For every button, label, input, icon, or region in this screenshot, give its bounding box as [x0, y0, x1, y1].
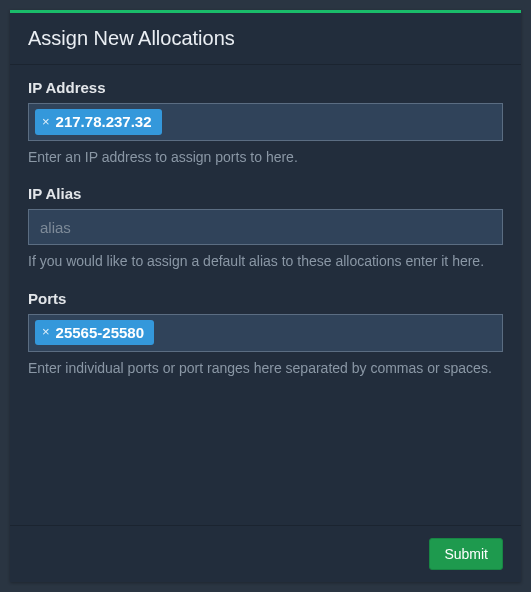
ip-address-tag-text: 217.78.237.32 — [56, 112, 152, 132]
ip-alias-input[interactable] — [28, 209, 503, 245]
ip-address-help: Enter an IP address to assign ports to h… — [28, 147, 503, 167]
ports-group: Ports × 25565-25580 Enter individual por… — [28, 290, 503, 378]
panel-title: Assign New Allocations — [10, 13, 521, 65]
ports-label: Ports — [28, 290, 503, 307]
ip-address-group: IP Address × 217.78.237.32 Enter an IP a… — [28, 79, 503, 167]
ip-address-label: IP Address — [28, 79, 503, 96]
ip-alias-label: IP Alias — [28, 185, 503, 202]
ports-tag-text: 25565-25580 — [56, 323, 144, 343]
ip-alias-group: IP Alias If you would like to assign a d… — [28, 185, 503, 271]
ports-input[interactable]: × 25565-25580 — [28, 314, 503, 352]
panel-footer: Submit — [10, 525, 521, 582]
ip-address-tag[interactable]: × 217.78.237.32 — [35, 109, 162, 135]
submit-button[interactable]: Submit — [429, 538, 503, 570]
ip-alias-help: If you would like to assign a default al… — [28, 251, 503, 271]
ports-help: Enter individual ports or port ranges he… — [28, 358, 503, 378]
assign-allocations-panel: Assign New Allocations IP Address × 217.… — [10, 10, 521, 582]
close-icon[interactable]: × — [42, 114, 50, 131]
ip-address-input[interactable]: × 217.78.237.32 — [28, 103, 503, 141]
panel-body: IP Address × 217.78.237.32 Enter an IP a… — [10, 65, 521, 525]
close-icon[interactable]: × — [42, 324, 50, 341]
ports-tag[interactable]: × 25565-25580 — [35, 320, 154, 346]
